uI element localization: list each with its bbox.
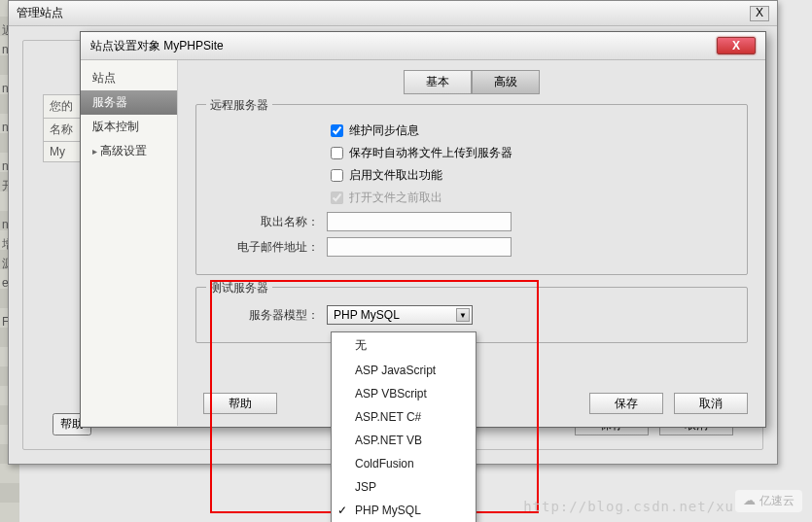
checkout-before-open-label: 打开文件之前取出 — [349, 190, 442, 206]
sidebar: 站点 服务器 版本控制 高级设置 — [81, 60, 178, 426]
sidebar-item-version[interactable]: 版本控制 — [81, 115, 177, 139]
outer-side-tab[interactable]: 名称 — [43, 118, 84, 142]
watermark-text: http://blog.csdn.net/xu — [523, 499, 734, 514]
outer-title-text: 管理站点 — [17, 5, 63, 21]
dd-item-jsp[interactable]: JSP — [332, 475, 476, 499]
outer-side-tab[interactable]: 您的 — [43, 94, 84, 119]
tab-row: 基本高级 — [195, 70, 748, 94]
enable-checkout-check[interactable] — [331, 169, 343, 182]
outer-side-tabs: 您的 名称 My — [43, 94, 84, 161]
inner-save-button[interactable]: 保存 — [589, 393, 663, 414]
inner-help-button[interactable]: 帮助 — [203, 393, 277, 414]
dd-item-aspnetvb[interactable]: ASP.NET VB — [332, 429, 476, 452]
chevron-down-icon: ▼ — [456, 308, 470, 322]
server-model-label: 服务器模型： — [214, 307, 327, 324]
dd-item-aspnetcs[interactable]: ASP.NET C# — [332, 405, 476, 429]
maintain-sync-label: 维护同步信息 — [349, 122, 419, 139]
server-model-select[interactable]: PHP MySQL ▼ — [327, 305, 473, 325]
email-input[interactable] — [327, 237, 512, 257]
sidebar-item-advanced[interactable]: 高级设置 — [81, 139, 177, 163]
checkout-name-input[interactable] — [327, 212, 512, 231]
server-model-dropdown: 无 ASP JavaScript ASP VBScript ASP.NET C#… — [331, 331, 477, 522]
sidebar-item-site[interactable]: 站点 — [81, 66, 177, 90]
auto-upload-label: 保存时自动将文件上传到服务器 — [349, 145, 512, 161]
auto-upload-check[interactable] — [331, 147, 343, 159]
inner-cancel-button[interactable]: 取消 — [674, 393, 748, 414]
outer-side-tab[interactable]: My — [43, 141, 84, 162]
enable-checkout-label: 启用文件取出功能 — [349, 167, 442, 184]
test-legend: 测试服务器 — [206, 280, 272, 296]
tab-basic[interactable]: 基本 — [404, 70, 472, 94]
maintain-sync-check[interactable] — [331, 124, 343, 137]
dd-item-aspjs[interactable]: ASP JavaScript — [332, 359, 476, 382]
checkout-before-open-check — [331, 191, 343, 204]
dd-item-cf[interactable]: ColdFusion — [332, 452, 476, 475]
inner-close-button[interactable]: X — [717, 37, 756, 54]
inner-titlebar: 站点设置对象 MyPHPSite X — [81, 32, 765, 60]
outer-titlebar: 管理站点 X — [9, 1, 777, 26]
logo-text: ☁ 亿速云 — [735, 490, 802, 512]
outer-close-button[interactable]: X — [750, 6, 769, 21]
sidebar-item-server[interactable]: 服务器 — [81, 90, 177, 115]
remote-server-fieldset: 远程服务器 维护同步信息 保存时自动将文件上传到服务器 启用文件取出功能 打开文… — [195, 104, 748, 275]
inner-title-text: 站点设置对象 MyPHPSite — [90, 38, 224, 54]
dd-item-aspvb[interactable]: ASP VBScript — [332, 382, 476, 405]
checkout-name-label: 取出名称： — [214, 214, 327, 230]
tab-advanced[interactable]: 高级 — [472, 70, 540, 94]
dd-item-none[interactable]: 无 — [332, 332, 476, 359]
dd-item-phpmysql[interactable]: PHP MySQL — [332, 499, 476, 522]
remote-legend: 远程服务器 — [206, 97, 272, 114]
server-model-value: PHP MySQL — [334, 308, 400, 322]
email-label: 电子邮件地址： — [214, 239, 327, 256]
